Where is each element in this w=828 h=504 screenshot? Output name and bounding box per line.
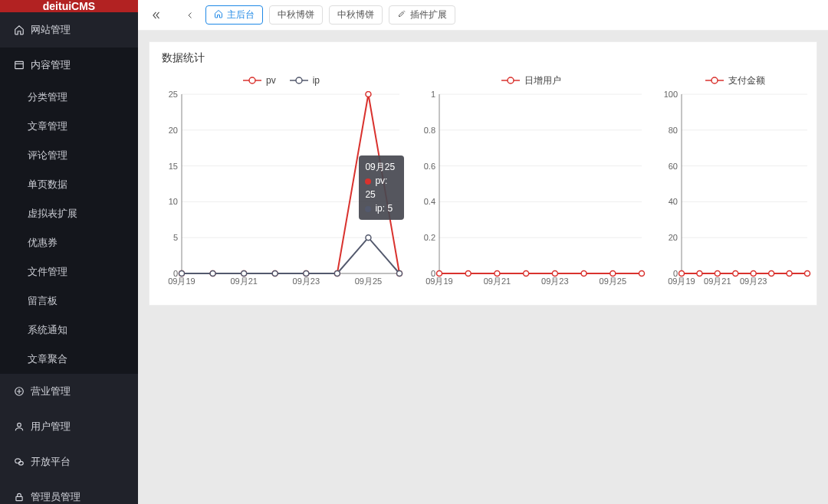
chart-legend: 支付金额 [659, 74, 812, 87]
svg-text:09月19: 09月19 [168, 277, 195, 286]
svg-point-96 [769, 271, 774, 277]
tab-home[interactable]: 主后台 [205, 5, 263, 25]
svg-text:09月23: 09月23 [740, 277, 767, 286]
legend-item[interactable]: ip [290, 74, 320, 87]
sidebar-item-openplatform[interactable]: 开放平台 [0, 444, 138, 479]
sidebar-sub-item[interactable]: 文章聚合 [0, 345, 138, 374]
sidebar-sub-item[interactable]: 系统通知 [0, 316, 138, 345]
lock-icon [14, 492, 25, 502]
sidebar-sub-item[interactable]: 留言板 [0, 286, 138, 316]
tab-plugins[interactable]: 插件扩展 [389, 5, 455, 25]
brand-logo: deituiCMS [0, 0, 138, 12]
svg-point-92 [697, 271, 702, 277]
svg-point-65 [465, 271, 471, 277]
svg-point-71 [639, 271, 645, 277]
home-icon [14, 25, 25, 35]
svg-point-91 [679, 271, 685, 277]
sidebar-item-label: 网站管理 [31, 23, 71, 37]
charts-row: pvip051015202509月1909月2109月2309月2509月25p… [150, 74, 816, 305]
sidebar-sub-item[interactable]: 分类管理 [0, 83, 138, 112]
svg-text:09月19: 09月19 [426, 277, 452, 286]
svg-point-3 [15, 459, 21, 463]
sidebar-sub-item[interactable]: 文件管理 [0, 257, 138, 286]
content-icon [14, 60, 25, 70]
tab-item[interactable]: 中秋博饼 [269, 5, 323, 25]
sidebar-item-users[interactable]: 用户管理 [0, 409, 138, 444]
svg-text:09月19: 09月19 [668, 277, 695, 286]
svg-text:0.4: 0.4 [424, 197, 435, 206]
tab-item[interactable]: 中秋博饼 [329, 5, 383, 25]
sidebar-sub-item[interactable]: 单页数据 [0, 170, 138, 199]
sidebar-sub-item[interactable]: 优惠券 [0, 228, 138, 257]
main-area: 主后台 中秋博饼 中秋博饼 插件扩展 数据统计 pvip051015202509… [138, 0, 828, 504]
svg-text:5: 5 [173, 233, 178, 242]
svg-point-93 [715, 271, 720, 277]
svg-text:09月21: 09月21 [230, 277, 257, 286]
svg-point-43 [397, 271, 402, 277]
svg-text:09月21: 09月21 [704, 277, 731, 286]
svg-text:60: 60 [669, 162, 678, 171]
sidebar: deituiCMS 网站管理 内容管理 分类管理 文章管理 评论管理 单页数据 … [0, 0, 138, 504]
business-icon [14, 386, 25, 397]
sidebar-item-label: 内容管理 [31, 58, 71, 72]
svg-point-34 [366, 92, 371, 97]
home-icon [214, 9, 223, 21]
content-area: 数据统计 pvip051015202509月1909月2109月2309月250… [138, 31, 828, 504]
sidebar-item-business[interactable]: 营业管理 [0, 374, 138, 409]
stats-panel: 数据统计 pvip051015202509月1909月2109月2309月250… [149, 41, 817, 306]
svg-point-70 [610, 271, 616, 277]
legend-item[interactable]: 日增用户 [501, 74, 561, 87]
svg-point-98 [805, 271, 810, 277]
sidebar-item-label: 营业管理 [31, 385, 71, 398]
sidebar-sublist-content: 分类管理 文章管理 评论管理 单页数据 虚拟表扩展 优惠券 文件管理 留言板 系… [0, 83, 138, 374]
legend-item[interactable]: 支付金额 [705, 74, 765, 87]
sidebar-sub-item[interactable]: 虚拟表扩展 [0, 199, 138, 228]
svg-text:09月25: 09月25 [600, 277, 626, 286]
svg-point-64 [437, 271, 442, 277]
chart: 日增用户00.20.40.60.8109月1909月2109月2309月25 [416, 74, 646, 293]
legend-item[interactable]: pv [243, 74, 276, 87]
svg-point-68 [552, 271, 557, 277]
chart: 支付金额02040608010009月1909月2109月23 [659, 74, 812, 293]
svg-text:09月25: 09月25 [355, 277, 382, 286]
svg-point-42 [366, 235, 371, 241]
svg-point-67 [524, 271, 529, 277]
svg-point-36 [179, 271, 185, 277]
chart-svg: 051015202509月1909月2109月2309月25 [159, 91, 404, 290]
chart-svg: 02040608010009月1909月2109月23 [659, 91, 812, 290]
user-icon [14, 421, 25, 432]
svg-point-45 [508, 77, 514, 83]
svg-text:10: 10 [169, 197, 178, 206]
sidebar-item-admin[interactable]: 管理员管理 [0, 479, 138, 504]
chart-legend: pvip [159, 74, 404, 87]
svg-point-41 [334, 271, 340, 277]
wechat-icon [14, 457, 25, 467]
topbar: 主后台 中秋博饼 中秋博饼 插件扩展 [138, 0, 828, 31]
svg-rect-0 [15, 61, 24, 68]
svg-point-94 [733, 271, 738, 277]
tab-label: 插件扩展 [410, 8, 447, 21]
sidebar-item-content[interactable]: 内容管理 [0, 47, 138, 83]
svg-point-9 [296, 77, 302, 83]
svg-text:100: 100 [664, 91, 678, 99]
sidebar-item-site[interactable]: 网站管理 [0, 12, 138, 47]
sidebar-sub-item[interactable]: 评论管理 [0, 141, 138, 170]
svg-text:1: 1 [431, 91, 435, 99]
svg-point-97 [787, 271, 792, 277]
sidebar-item-label: 开放平台 [31, 455, 71, 469]
tools-icon [397, 9, 406, 21]
svg-text:40: 40 [669, 197, 678, 206]
svg-text:15: 15 [169, 162, 178, 171]
collapse-sidebar-icon[interactable] [147, 6, 166, 25]
chart: pvip051015202509月1909月2109月2309月2509月25p… [159, 74, 404, 293]
svg-point-69 [581, 271, 586, 277]
svg-text:20: 20 [169, 126, 178, 135]
svg-text:09月23: 09月23 [541, 277, 568, 286]
sidebar-sub-item[interactable]: 文章管理 [0, 112, 138, 141]
svg-point-7 [249, 77, 255, 83]
tab-prev-icon[interactable] [181, 6, 199, 25]
svg-point-39 [272, 271, 278, 277]
chart-legend: 日增用户 [416, 74, 646, 87]
sidebar-item-label: 用户管理 [31, 420, 71, 434]
svg-point-40 [304, 271, 309, 277]
